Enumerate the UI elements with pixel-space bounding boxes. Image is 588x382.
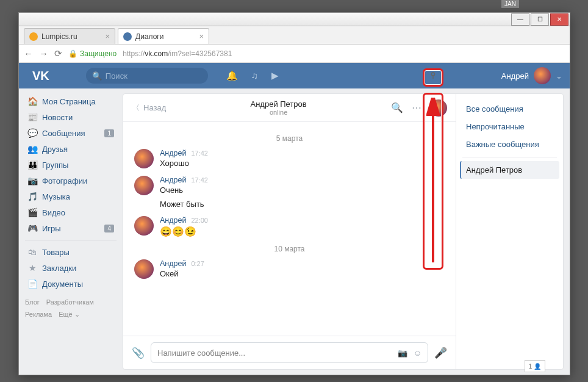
chat-header: 〈 Назад Андрей Петров online 🔍 ⋯ bbox=[123, 94, 456, 122]
sidebar-item-music[interactable]: 🎵Музыка bbox=[25, 189, 117, 204]
avatar[interactable] bbox=[134, 259, 154, 279]
browser-tabs: Lumpics.ru × Диалоги × bbox=[19, 26, 570, 45]
search-placeholder: Поиск bbox=[106, 71, 127, 81]
groups-icon: 👪 bbox=[27, 160, 37, 170]
vk-header: VK 🔍 Поиск 🔔 ♫ ▶ Андрей ⌄ bbox=[19, 63, 570, 88]
dialog-selected[interactable]: Андрей Петров bbox=[460, 161, 559, 179]
address-bar: ← → ⟳ 🔒 Защищено https://vk.com/im?sel=4… bbox=[19, 45, 570, 63]
back-icon[interactable]: ← bbox=[24, 48, 33, 59]
chat-status: online bbox=[166, 109, 391, 116]
pin-icon[interactable] bbox=[429, 71, 437, 80]
sidebar-item-news[interactable]: 📰Новости bbox=[25, 109, 117, 125]
music-icon: 🎵 bbox=[27, 192, 37, 201]
date-divider: 10 марта bbox=[134, 245, 445, 253]
vk-logo[interactable]: VK bbox=[32, 69, 49, 83]
msg-author[interactable]: Андрей bbox=[160, 216, 186, 225]
avatar[interactable] bbox=[134, 216, 154, 236]
close-button[interactable]: ✕ bbox=[550, 13, 568, 26]
maximize-button[interactable]: ☐ bbox=[531, 13, 549, 26]
message: Андрей17:42 Хорошо bbox=[134, 149, 445, 168]
footer-link[interactable]: Реклама bbox=[25, 311, 52, 318]
more-icon[interactable]: ⋯ bbox=[412, 102, 421, 114]
market-icon: 🛍 bbox=[27, 247, 37, 257]
msg-time: 22:00 bbox=[191, 217, 208, 224]
mic-icon[interactable]: 🎤 bbox=[434, 347, 447, 359]
msg-text: Хорошо bbox=[160, 159, 445, 168]
vk-body: 🏠Моя Страница 📰Новости 💬Сообщения1 👥Друз… bbox=[19, 88, 570, 375]
footer-link[interactable]: Разработчикам bbox=[46, 298, 94, 306]
favicon bbox=[123, 32, 132, 41]
sidebar-footer: Блог Разработчикам Реклама Ещё ⌄ bbox=[25, 297, 117, 321]
badge: 1 bbox=[104, 129, 114, 137]
avatar[interactable] bbox=[134, 149, 154, 168]
browser-tab[interactable]: Lumpics.ru × bbox=[24, 28, 115, 44]
msg-emoji: 😄😊😉 bbox=[160, 226, 445, 237]
sidebar-item-friends[interactable]: 👥Друзья bbox=[25, 141, 117, 157]
reload-icon[interactable]: ⟳ bbox=[54, 48, 62, 59]
filter-important[interactable]: Важные сообщения bbox=[460, 135, 559, 153]
svg-point-0 bbox=[431, 73, 434, 76]
sidebar-item-bookmarks[interactable]: ★Закладки bbox=[25, 260, 117, 276]
star-icon: ★ bbox=[27, 263, 37, 273]
attach-icon[interactable]: 📎 bbox=[132, 347, 145, 359]
user-name: Андрей bbox=[501, 71, 529, 81]
avatar[interactable] bbox=[134, 176, 154, 195]
jan-badge: JAN bbox=[501, 0, 519, 8]
home-icon: 🏠 bbox=[27, 96, 37, 106]
badge: 4 bbox=[104, 225, 114, 232]
friends-icon: 👥 bbox=[27, 144, 37, 154]
message: Андрей0:27 Окей bbox=[134, 259, 445, 279]
search-icon: 🔍 bbox=[92, 71, 102, 81]
camera-icon[interactable]: 📷 bbox=[398, 348, 407, 358]
search-icon[interactable]: 🔍 bbox=[391, 102, 403, 114]
msg-author[interactable]: Андрей bbox=[160, 176, 186, 184]
chat-panel: 〈 Назад Андрей Петров online 🔍 ⋯ 5 марта bbox=[123, 93, 564, 370]
url-text[interactable]: https://vk.com/im?sel=432567381 bbox=[123, 49, 232, 58]
back-button[interactable]: 〈 Назад bbox=[132, 103, 166, 114]
filter-unread[interactable]: Непрочитанные bbox=[460, 118, 559, 135]
user-menu[interactable]: Андрей ⌄ bbox=[501, 67, 562, 84]
sidebar-item-video[interactable]: 🎬Видео bbox=[25, 204, 117, 220]
input-placeholder: Напишите сообщение... bbox=[157, 348, 245, 358]
date-divider: 5 марта bbox=[134, 134, 445, 143]
tab-close-icon[interactable]: × bbox=[105, 32, 110, 41]
games-icon: 🎮 bbox=[27, 223, 37, 233]
footer-link[interactable]: Блог bbox=[25, 298, 40, 306]
news-icon: 📰 bbox=[27, 112, 37, 122]
search-input[interactable]: 🔍 Поиск bbox=[86, 68, 208, 84]
minimize-button[interactable]: — bbox=[511, 13, 529, 26]
music-icon[interactable]: ♫ bbox=[251, 70, 258, 81]
msg-text: Очень bbox=[160, 186, 445, 195]
page-content: VK 🔍 Поиск 🔔 ♫ ▶ Андрей ⌄ 🏠Моя Страница … bbox=[19, 63, 570, 375]
avatar[interactable] bbox=[430, 99, 447, 117]
sidebar-item-docs[interactable]: 📄Документы bbox=[25, 276, 117, 292]
browser-tab[interactable]: Диалоги × bbox=[118, 28, 209, 44]
emoji-icon[interactable]: ☺ bbox=[414, 348, 421, 358]
message-input[interactable]: Напишите сообщение... 📷 ☺ bbox=[151, 342, 428, 363]
sidebar-item-photos[interactable]: 📷Фотографии bbox=[25, 173, 117, 189]
msg-author[interactable]: Андрей bbox=[160, 149, 186, 157]
filter-all[interactable]: Все сообщения bbox=[460, 100, 559, 118]
status-indicator[interactable]: 1 👤 bbox=[525, 360, 545, 372]
sidebar-item-games[interactable]: 🎮Игры4 bbox=[25, 220, 117, 236]
sidebar-item-market[interactable]: 🛍Товары bbox=[25, 244, 117, 260]
chat-body[interactable]: 5 марта Андрей17:42 Хорошо Андрей17:42 bbox=[123, 122, 456, 336]
header-icons: 🔔 ♫ ▶ bbox=[226, 70, 279, 81]
msg-author[interactable]: Андрей bbox=[160, 259, 186, 268]
browser-window: — ☐ ✕ Lumpics.ru × Диалоги × ← → ⟳ 🔒 Защ… bbox=[18, 12, 570, 375]
msg-time: 0:27 bbox=[191, 260, 204, 267]
chat-main: 〈 Назад Андрей Петров online 🔍 ⋯ 5 марта bbox=[123, 94, 456, 369]
message: Андрей17:42 Очень Может быть bbox=[134, 176, 445, 209]
play-icon[interactable]: ▶ bbox=[271, 70, 279, 81]
sidebar-item-messages[interactable]: 💬Сообщения1 bbox=[25, 125, 117, 141]
chevron-down-icon: ⌄ bbox=[556, 71, 562, 81]
footer-link[interactable]: Ещё ⌄ bbox=[59, 311, 80, 318]
tab-title: Lumpics.ru bbox=[41, 32, 77, 41]
sidebar-item-groups[interactable]: 👪Группы bbox=[25, 157, 117, 173]
sidebar-item-my-page[interactable]: 🏠Моя Страница bbox=[25, 93, 117, 109]
forward-icon[interactable]: → bbox=[39, 48, 48, 59]
chat-icon: 💬 bbox=[27, 128, 37, 138]
bell-icon[interactable]: 🔔 bbox=[226, 70, 238, 81]
tab-close-icon[interactable]: × bbox=[199, 32, 204, 41]
msg-time: 17:42 bbox=[191, 150, 208, 157]
